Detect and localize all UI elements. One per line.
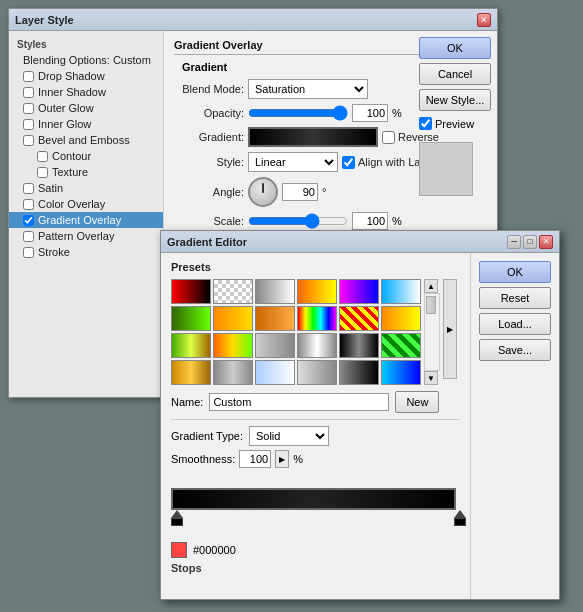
preset-3[interactable] bbox=[255, 279, 295, 304]
blending-options-label: Blending Options: Custom bbox=[23, 54, 151, 66]
preset-10[interactable] bbox=[297, 306, 337, 331]
gradient-label: Gradient: bbox=[174, 131, 244, 143]
color-overlay-label: Color Overlay bbox=[38, 198, 105, 210]
inner-glow-checkbox[interactable] bbox=[23, 119, 34, 130]
preset-12[interactable] bbox=[381, 306, 421, 331]
texture-item[interactable]: Texture bbox=[9, 164, 163, 180]
drop-shadow-label: Drop Shadow bbox=[38, 70, 105, 82]
drop-shadow-checkbox[interactable] bbox=[23, 71, 34, 82]
ge-gradient-bar[interactable] bbox=[171, 488, 456, 510]
bevel-emboss-item[interactable]: Bevel and Emboss bbox=[9, 132, 163, 148]
scale-slider-container: % bbox=[248, 212, 402, 230]
preset-15[interactable] bbox=[255, 333, 295, 358]
ge-type-row: Gradient Type: Solid Noise bbox=[171, 426, 460, 446]
angle-knob[interactable] bbox=[248, 177, 278, 207]
satin-checkbox[interactable] bbox=[23, 183, 34, 194]
outer-glow-item[interactable]: Outer Glow bbox=[9, 100, 163, 116]
presets-menu-button[interactable]: ▶ bbox=[443, 279, 457, 379]
opacity-input[interactable] bbox=[352, 104, 388, 122]
stroke-item[interactable]: Stroke bbox=[9, 244, 163, 260]
layer-style-close-button[interactable]: ✕ bbox=[477, 13, 491, 27]
preset-18[interactable] bbox=[381, 333, 421, 358]
ge-name-input[interactable] bbox=[209, 393, 389, 411]
preset-24[interactable] bbox=[381, 360, 421, 385]
preset-6[interactable] bbox=[381, 279, 421, 304]
cancel-button[interactable]: Cancel bbox=[419, 63, 491, 85]
style-select[interactable]: Linear Radial Angle Reflected Diamond bbox=[248, 152, 338, 172]
satin-item[interactable]: Satin bbox=[9, 180, 163, 196]
scroll-down-button[interactable]: ▼ bbox=[424, 371, 438, 385]
contour-label: Contour bbox=[52, 150, 91, 162]
ge-minimize-button[interactable]: ─ bbox=[507, 235, 521, 249]
ge-smooth-input[interactable] bbox=[239, 450, 271, 468]
ge-reset-button[interactable]: Reset bbox=[479, 287, 551, 309]
outer-glow-checkbox[interactable] bbox=[23, 103, 34, 114]
preset-14[interactable] bbox=[213, 333, 253, 358]
color-overlay-checkbox[interactable] bbox=[23, 199, 34, 210]
scale-input[interactable] bbox=[352, 212, 388, 230]
ge-smooth-arrow[interactable]: ▶ bbox=[275, 450, 289, 468]
ge-new-button[interactable]: New bbox=[395, 391, 439, 413]
preset-23[interactable] bbox=[339, 360, 379, 385]
gradient-overlay-checkbox[interactable] bbox=[23, 215, 34, 226]
ge-color-stop-icon[interactable] bbox=[171, 542, 187, 558]
texture-checkbox[interactable] bbox=[37, 167, 48, 178]
pattern-overlay-item[interactable]: Pattern Overlay bbox=[9, 228, 163, 244]
ge-ok-button[interactable]: OK bbox=[479, 261, 551, 283]
preset-16[interactable] bbox=[297, 333, 337, 358]
contour-checkbox[interactable] bbox=[37, 151, 48, 162]
preview-checkbox[interactable] bbox=[419, 117, 432, 130]
bevel-emboss-checkbox[interactable] bbox=[23, 135, 34, 146]
align-layer-checkbox[interactable] bbox=[342, 156, 355, 169]
gradient-overlay-item[interactable]: Gradient Overlay bbox=[9, 212, 163, 228]
angle-label: Angle: bbox=[174, 186, 244, 198]
ge-type-select[interactable]: Solid Noise bbox=[249, 426, 329, 446]
ge-close-button[interactable]: ✕ bbox=[539, 235, 553, 249]
blending-options-item[interactable]: Blending Options: Custom bbox=[9, 52, 163, 68]
presets-row-3 bbox=[171, 333, 421, 358]
ge-maximize-button[interactable]: □ bbox=[523, 235, 537, 249]
presets-label: Presets bbox=[171, 261, 460, 273]
opacity-slider[interactable] bbox=[248, 106, 348, 120]
preset-8[interactable] bbox=[213, 306, 253, 331]
blend-mode-select[interactable]: Saturation Normal Multiply Screen Overla… bbox=[248, 79, 368, 99]
scale-slider[interactable] bbox=[248, 214, 348, 228]
color-overlay-item[interactable]: Color Overlay bbox=[9, 196, 163, 212]
preset-1[interactable] bbox=[171, 279, 211, 304]
ge-load-button[interactable]: Load... bbox=[479, 313, 551, 335]
stroke-checkbox[interactable] bbox=[23, 247, 34, 258]
blend-mode-label: Blend Mode: bbox=[174, 83, 244, 95]
ge-smooth-label: Smoothness: bbox=[171, 453, 235, 465]
gradient-preview[interactable] bbox=[248, 127, 378, 147]
reverse-checkbox[interactable] bbox=[382, 131, 395, 144]
ge-right-buttons: OK Reset Load... Save... bbox=[470, 253, 559, 599]
preset-22[interactable] bbox=[297, 360, 337, 385]
preset-4[interactable] bbox=[297, 279, 337, 304]
ge-save-button[interactable]: Save... bbox=[479, 339, 551, 361]
preset-21[interactable] bbox=[255, 360, 295, 385]
ok-button[interactable]: OK bbox=[419, 37, 491, 59]
preset-7[interactable] bbox=[171, 306, 211, 331]
preset-20[interactable] bbox=[213, 360, 253, 385]
preset-19[interactable] bbox=[171, 360, 211, 385]
preset-13[interactable] bbox=[171, 333, 211, 358]
new-style-button[interactable]: New Style... bbox=[419, 89, 491, 111]
inner-glow-item[interactable]: Inner Glow bbox=[9, 116, 163, 132]
preset-5[interactable] bbox=[339, 279, 379, 304]
drop-shadow-item[interactable]: Drop Shadow bbox=[9, 68, 163, 84]
preset-11[interactable] bbox=[339, 306, 379, 331]
scroll-thumb[interactable] bbox=[426, 296, 436, 314]
pattern-overlay-checkbox[interactable] bbox=[23, 231, 34, 242]
inner-shadow-item[interactable]: Inner Shadow bbox=[9, 84, 163, 100]
preset-17[interactable] bbox=[339, 333, 379, 358]
angle-input[interactable] bbox=[282, 183, 318, 201]
scroll-up-button[interactable]: ▲ bbox=[424, 279, 438, 293]
opacity-slider-container: % bbox=[248, 104, 402, 122]
contour-item[interactable]: Contour bbox=[9, 148, 163, 164]
layer-style-sidebar: Styles Blending Options: Custom Drop Sha… bbox=[9, 31, 164, 397]
presets-row-2 bbox=[171, 306, 421, 331]
inner-shadow-checkbox[interactable] bbox=[23, 87, 34, 98]
preset-2[interactable] bbox=[213, 279, 253, 304]
preset-9[interactable] bbox=[255, 306, 295, 331]
style-label: Style: bbox=[174, 156, 244, 168]
